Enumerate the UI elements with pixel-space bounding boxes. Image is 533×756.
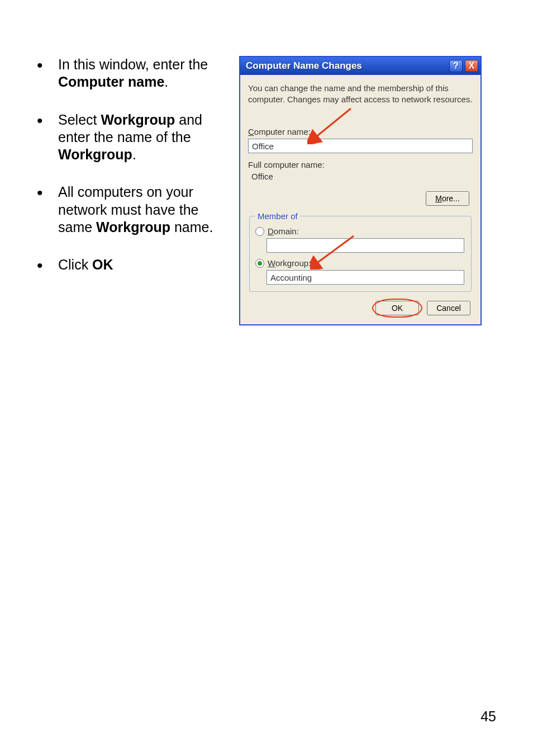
computer-name-input[interactable] [248,139,473,153]
text: name. [170,219,213,235]
workgroup-radio[interactable] [255,259,264,268]
computer-name-label: Computer name: [248,127,473,136]
text: In this window, enter the [58,56,208,72]
text-bold: Workgroup [58,147,132,162]
text-bold: Workgroup [101,112,175,127]
help-icon: ? [453,61,459,71]
workgroup-radio-row: Workgroup: [255,258,465,268]
close-button[interactable]: X [465,60,478,72]
domain-label: Domain: [268,226,299,236]
help-button[interactable]: ? [449,60,463,72]
full-computer-name-value: Office [248,172,473,181]
cancel-button[interactable]: Cancel [427,301,470,315]
instruction-item-4: Click OK [34,256,223,273]
more-button[interactable]: More... [426,191,469,206]
instruction-item-2: Select Workgroup and enter the name of t… [34,111,223,164]
dialog-screenshot: Computer Name Changes ? X You can change… [239,56,479,325]
workgroup-input[interactable] [266,270,464,285]
text: Click [58,257,92,272]
domain-radio[interactable] [255,227,264,236]
text: . [164,74,168,89]
text-bold: Workgroup [96,219,170,235]
dialog-titlebar: Computer Name Changes ? X [240,57,480,75]
text: Select [58,112,101,127]
instructions-text: In this window, enter the Computer name.… [34,56,223,294]
domain-radio-row: Domain: [255,226,465,236]
dialog-title: Computer Name Changes [246,60,362,72]
domain-input[interactable] [266,238,464,253]
page-number: 45 [480,708,496,725]
member-of-legend: Member of [255,211,300,221]
instruction-item-3: All computers on your network must have … [34,183,223,236]
member-of-group: Member of Domain: [249,211,472,292]
workgroup-label: Workgroup: [268,258,311,268]
ok-button[interactable]: OK [375,301,419,315]
text-bold: Computer name [58,74,164,89]
text-bold: OK [92,257,113,272]
instruction-item-1: In this window, enter the Computer name. [34,56,223,91]
computer-name-changes-dialog: Computer Name Changes ? X You can change… [239,56,482,325]
close-icon: X [469,61,475,71]
text: . [132,147,136,162]
full-computer-name-label: Full computer name: [248,160,473,169]
dialog-description: You can change the name and the membersh… [248,83,473,105]
